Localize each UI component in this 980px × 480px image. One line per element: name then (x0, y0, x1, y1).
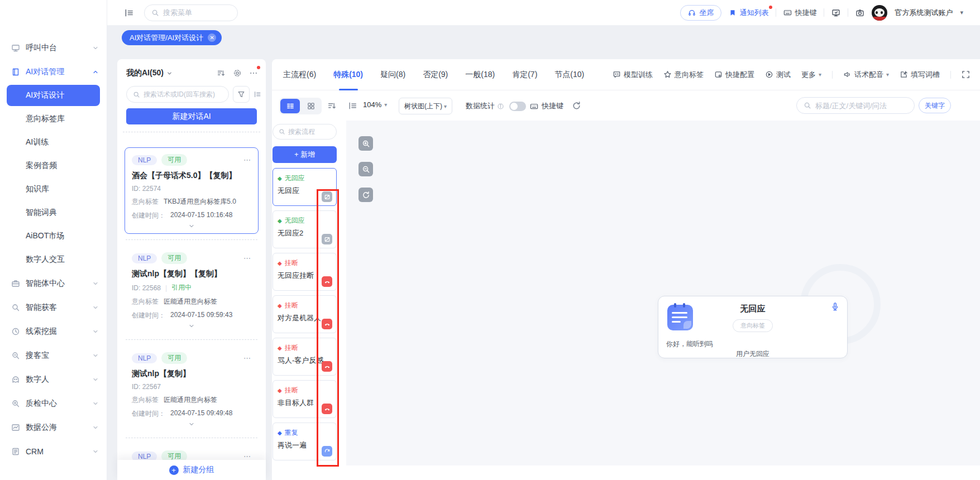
ai-card[interactable]: NLP可用⋯酒会【子母话术5.0】【复制】ID: 22574意向标签TKBJ通用… (125, 147, 259, 234)
tab-1[interactable]: 主流程(6) (283, 59, 316, 90)
card-more-icon[interactable]: ⋯ (243, 354, 251, 362)
zoom-out-button[interactable] (358, 162, 373, 176)
grid-view-button[interactable] (301, 99, 321, 113)
account-caret-icon[interactable]: ▾ (960, 9, 963, 16)
ai-search[interactable] (126, 86, 229, 103)
sidebar-item[interactable]: 数字人 (0, 367, 107, 391)
toolbar-button[interactable]: 意向标签 (663, 70, 704, 80)
data-stats-toggle[interactable] (509, 102, 526, 111)
breadcrumb-tag[interactable]: AI对话管理/AI对话设计 ✕ (122, 30, 222, 45)
menu-search[interactable] (144, 4, 238, 21)
tab-5[interactable]: 一般(18) (465, 59, 495, 90)
zoom-in-button[interactable] (358, 136, 373, 151)
outline-collapse-icon[interactable] (348, 101, 357, 111)
add-flow-button[interactable]: + 新增 (273, 146, 337, 163)
flow-search-input[interactable] (288, 128, 331, 136)
toolbar-button[interactable]: 更多▾ (801, 70, 821, 80)
new-group-button[interactable]: + 新建分组 (117, 460, 266, 480)
flow-item[interactable]: ◆挂断无回应挂断 (273, 253, 337, 291)
tab-6[interactable]: 肯定(7) (512, 59, 537, 90)
sidebar-subitem[interactable]: 意向标签库 (0, 107, 107, 131)
keyword-button[interactable]: 关键字 (919, 98, 951, 113)
toolbar-button[interactable]: 快捷配置 (714, 70, 754, 80)
flow-item[interactable]: ◆重复再说一遍 (273, 423, 337, 460)
notification-list-button[interactable]: 通知列表 (729, 8, 768, 18)
ai-card[interactable]: NLP可用⋯测试nlp【复制】ID: 22567意向标签匠能通用意向标签创建时间… (125, 345, 259, 432)
card-more-icon[interactable]: ⋯ (243, 254, 251, 262)
flow-item[interactable]: ◆无回应无回应2 (273, 210, 337, 248)
toolbar-button[interactable]: 测试 (765, 70, 791, 80)
ai-group-selector[interactable]: 我的AI(50) (126, 68, 173, 78)
sidebar-subitem[interactable]: 知识库 (0, 177, 107, 201)
ai-search-input[interactable] (144, 90, 222, 98)
card-badge: 可用 (161, 450, 187, 460)
flow-node-card[interactable]: 无回应 意向标签 你好，能听到吗 用户无回应 (658, 296, 848, 358)
close-tag-icon[interactable]: ✕ (208, 33, 216, 42)
ai-card[interactable]: NLP可用⋯测试nlp【复制】【复制】ID: 22568|引用中意向标签匠能通用… (125, 246, 259, 334)
shortcut-keys-button[interactable]: 快捷键 (783, 8, 816, 18)
sidebar-item[interactable]: 质检中心 (0, 391, 107, 415)
toolbar-button[interactable]: 话术配音▾ (843, 70, 889, 80)
flow-item[interactable]: ◆挂断非目标人群 (273, 380, 337, 418)
mic-icon[interactable] (830, 302, 840, 311)
card-more-icon[interactable]: ⋯ (243, 452, 251, 460)
gear-icon[interactable] (233, 69, 242, 78)
toolbar-button[interactable]: 填写词槽 (900, 70, 940, 80)
sidebar-item[interactable]: AI对话管理 (0, 60, 107, 84)
flow-canvas[interactable]: 无回应 意向标签 你好，能听到吗 用户无回应 (346, 121, 980, 465)
more-options-icon[interactable] (249, 69, 258, 78)
ai-card[interactable]: NLP可用⋯测试nlp222ID: 22541|引用中 (125, 444, 259, 460)
tab-2[interactable]: 特殊(10) (333, 59, 363, 90)
tab-7[interactable]: 节点(10) (554, 59, 584, 90)
list-view-button[interactable] (280, 99, 300, 113)
sidebar-subitem[interactable]: 案例音频 (0, 154, 107, 177)
sidebar-subitem[interactable]: AiBOT市场 (0, 224, 107, 248)
sort-icon[interactable] (217, 69, 226, 78)
sidebar-item[interactable]: 智能获客 (0, 295, 107, 319)
reset-view-button[interactable] (358, 188, 373, 202)
filter-button[interactable] (233, 86, 250, 103)
diamond-icon: ◆ (278, 260, 282, 266)
sidebar-subitem[interactable]: AI训练 (0, 131, 107, 154)
zoom-level-select[interactable]: 104% ▾ (363, 100, 387, 109)
tab-4[interactable]: 否定(9) (423, 59, 448, 90)
sidebar-item[interactable]: 数据公海 (0, 415, 107, 439)
sort-desc-icon[interactable] (327, 101, 337, 111)
menu-search-input[interactable] (163, 8, 231, 17)
flow-item[interactable]: ◆挂断对方是机器人 (273, 295, 337, 333)
node-search-input[interactable] (815, 102, 907, 110)
card-more-icon[interactable]: ⋯ (243, 156, 251, 164)
sidebar-item[interactable]: CRM (0, 439, 107, 463)
node-intent-tag[interactable]: 意向标签 (733, 319, 773, 332)
sidebar-item[interactable]: 呼叫中台 (0, 36, 107, 60)
node-search[interactable] (796, 97, 915, 114)
collapse-menu-icon[interactable] (124, 8, 134, 18)
screen-share-icon[interactable] (831, 8, 840, 17)
toolbar-button[interactable] (962, 70, 970, 79)
toolbar-button[interactable]: 模型训练 (613, 70, 653, 80)
layout-select[interactable]: 树状图(上下) ▾ (399, 98, 452, 114)
flow-search[interactable] (273, 124, 337, 140)
account-name[interactable]: 官方系统测试账户 (895, 8, 953, 18)
card-expand-chevron[interactable] (132, 322, 251, 331)
sidebar-item[interactable]: 搜客宝 (0, 343, 107, 367)
sidebar-item[interactable]: 智能体中心 (0, 271, 107, 295)
seat-button[interactable]: 坐席 (680, 5, 721, 21)
sidebar-subitem[interactable]: AI对话设计 (7, 85, 100, 106)
refresh-icon[interactable] (572, 101, 581, 111)
flow-item[interactable]: ◆无回应无回应 (273, 168, 337, 206)
sidebar-item[interactable]: 线索挖掘 (0, 319, 107, 343)
sidebar-subitem-label: 数字人交互 (26, 255, 65, 265)
avatar[interactable] (872, 5, 887, 21)
hotkeys-button[interactable]: 快捷键 (530, 101, 563, 111)
screenshot-icon[interactable] (855, 8, 864, 17)
sidebar-subitem[interactable]: 智能词典 (0, 201, 107, 224)
panel-collapse-icon[interactable] (254, 90, 261, 98)
toolbar-button-label: 测试 (776, 70, 791, 80)
new-ai-button[interactable]: 新建对话AI (126, 108, 257, 124)
sidebar-subitem[interactable]: 数字人交互 (0, 248, 107, 271)
card-expand-chevron[interactable] (132, 420, 251, 429)
tab-3[interactable]: 疑问(8) (380, 59, 405, 90)
flow-item[interactable]: ◆挂断骂人-客户反感 (273, 338, 337, 376)
card-expand-chevron[interactable] (132, 222, 251, 231)
